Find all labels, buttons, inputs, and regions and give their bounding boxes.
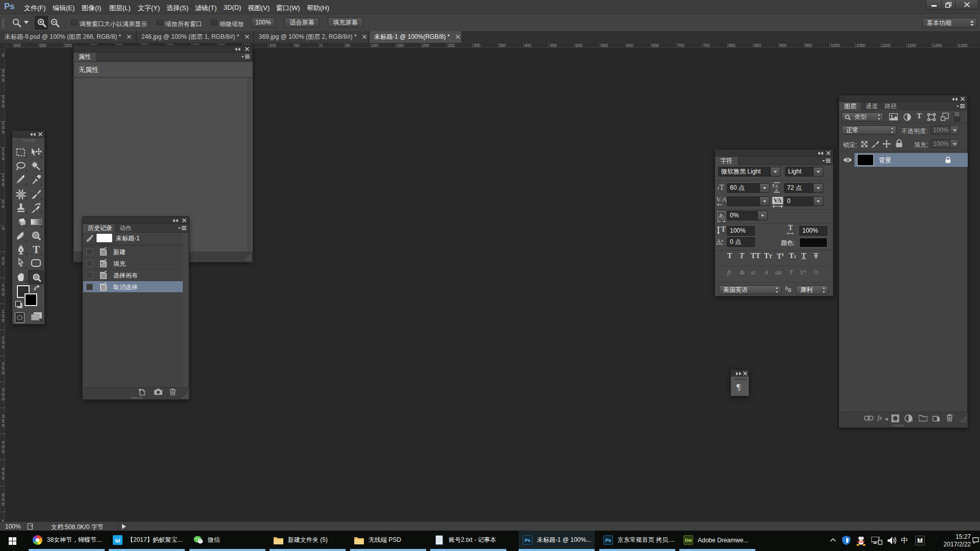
svg-text:A: A — [775, 188, 778, 193]
